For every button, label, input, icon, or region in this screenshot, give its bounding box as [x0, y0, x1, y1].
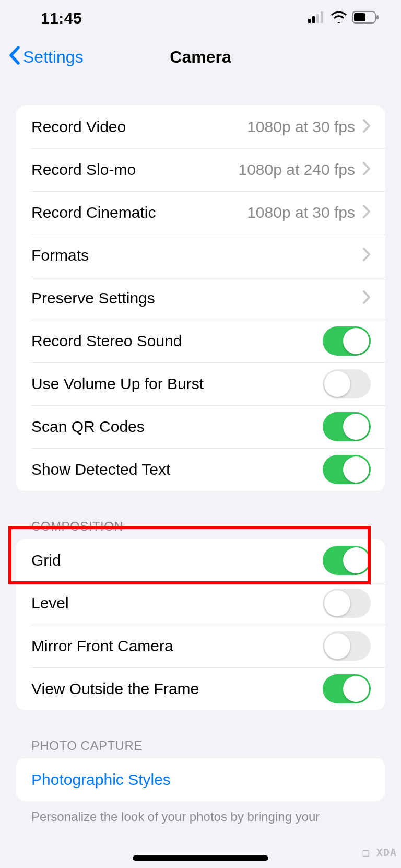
nav-bar: Settings Camera [0, 37, 401, 77]
chevron-right-icon [362, 290, 371, 307]
toggle-view-outside-frame[interactable] [323, 674, 371, 703]
cellular-icon [308, 11, 326, 25]
row-label: Formats [31, 247, 362, 264]
row-label: View Outside the Frame [31, 680, 323, 698]
row-detail: 1080p at 30 fps [247, 118, 355, 136]
svg-rect-5 [376, 15, 379, 19]
svg-rect-3 [321, 11, 323, 23]
row-detail: 1080p at 30 fps [247, 204, 355, 221]
row-record-cinematic[interactable]: Record Cinematic 1080p at 30 fps [16, 191, 385, 234]
row-show-detected-text: Show Detected Text [16, 448, 385, 491]
chevron-right-icon [362, 247, 371, 264]
row-link-label: Photographic Styles [31, 771, 171, 789]
row-label: Level [31, 594, 323, 612]
settings-group-composition: Grid Level Mirror Front Camera View Outs… [16, 539, 385, 710]
section-footer-photo-capture: Personalize the look of your photos by b… [0, 801, 401, 825]
chevron-left-icon [8, 46, 21, 69]
section-header-composition: COMPOSITION [0, 519, 401, 539]
wifi-icon [331, 11, 347, 25]
chevron-right-icon [362, 119, 371, 135]
row-detail: 1080p at 240 fps [238, 161, 355, 179]
chevron-right-icon [362, 204, 371, 221]
row-preserve-settings[interactable]: Preserve Settings [16, 277, 385, 320]
back-button[interactable]: Settings [8, 45, 84, 69]
row-mirror-front-camera: Mirror Front Camera [16, 625, 385, 667]
toggle-volume-up-burst[interactable] [323, 369, 371, 398]
watermark: □ XDA [363, 846, 397, 859]
row-label: Record Cinematic [31, 204, 247, 221]
settings-group-photo-capture: Photographic Styles [16, 758, 385, 801]
toggle-level[interactable] [323, 589, 371, 618]
row-level: Level [16, 582, 385, 625]
toggle-show-detected-text[interactable] [323, 455, 371, 484]
svg-rect-2 [316, 14, 319, 23]
status-icons [308, 11, 379, 26]
status-bar: 11:45 [0, 0, 401, 37]
battery-icon [352, 11, 379, 26]
row-record-stereo-sound: Record Stereo Sound [16, 320, 385, 362]
back-label: Settings [23, 48, 84, 67]
row-grid: Grid [16, 539, 385, 582]
row-label: Preserve Settings [31, 289, 362, 307]
toggle-grid[interactable] [323, 546, 371, 575]
svg-rect-6 [354, 13, 365, 21]
row-label: Record Stereo Sound [31, 332, 323, 350]
toggle-scan-qr-codes[interactable] [323, 412, 371, 441]
home-indicator[interactable] [133, 855, 268, 861]
row-formats[interactable]: Formats [16, 234, 385, 277]
row-volume-up-burst: Use Volume Up for Burst [16, 362, 385, 405]
row-label: Grid [31, 552, 323, 569]
row-photographic-styles[interactable]: Photographic Styles [16, 758, 385, 801]
row-record-video[interactable]: Record Video 1080p at 30 fps [16, 105, 385, 148]
row-label: Use Volume Up for Burst [31, 375, 323, 393]
section-header-photo-capture: PHOTO CAPTURE [0, 738, 401, 758]
row-label: Record Video [31, 118, 247, 136]
row-label: Mirror Front Camera [31, 637, 323, 655]
svg-rect-0 [308, 19, 311, 23]
row-view-outside-frame: View Outside the Frame [16, 667, 385, 710]
status-time: 11:45 [41, 9, 82, 27]
toggle-mirror-front-camera[interactable] [323, 631, 371, 661]
row-scan-qr-codes: Scan QR Codes [16, 405, 385, 448]
settings-group-main: Record Video 1080p at 30 fps Record Slo-… [16, 105, 385, 491]
row-label: Scan QR Codes [31, 418, 323, 436]
chevron-right-icon [362, 161, 371, 178]
row-label: Record Slo-mo [31, 161, 238, 179]
row-record-slomo[interactable]: Record Slo-mo 1080p at 240 fps [16, 148, 385, 191]
row-label: Show Detected Text [31, 461, 323, 478]
svg-rect-1 [312, 16, 315, 23]
toggle-record-stereo-sound[interactable] [323, 326, 371, 356]
